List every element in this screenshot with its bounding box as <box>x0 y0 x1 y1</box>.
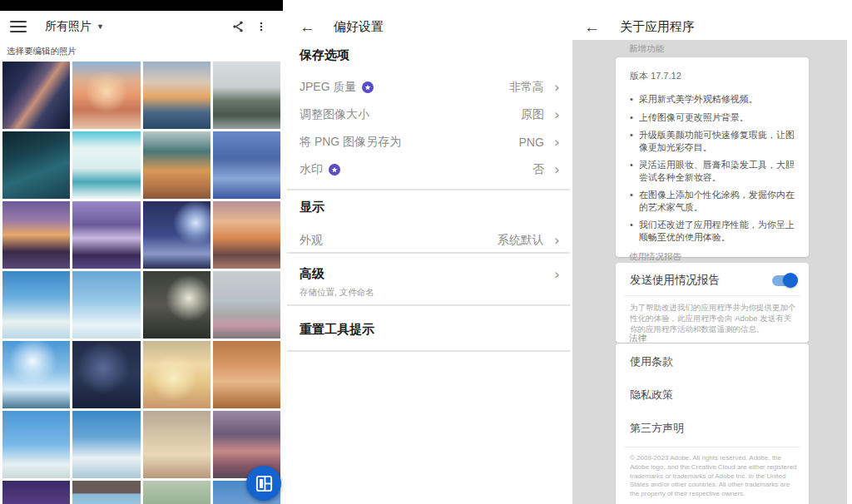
thumb-galaxy-night-sky[interactable] <box>2 62 70 129</box>
thumb-blue-night-street[interactable] <box>213 131 280 199</box>
preferences-panel: ← 偏好设置 保存选项 JPEG 质量 非常高 › 调整图像大小 原图 › 将 … <box>287 0 570 504</box>
gallery-toolbar: 所有照片 ▼ <box>0 11 283 42</box>
thumb-kotatsu-room[interactable] <box>143 411 211 478</box>
legal-card: 使用条款隐私政策第三方声明 © 2009-2023 Adobe. All rig… <box>616 343 809 504</box>
share-icon[interactable] <box>226 15 250 38</box>
thumb-sky-power-lines[interactable] <box>72 271 140 338</box>
thumb-teal-study-room[interactable] <box>72 131 140 199</box>
bullet-icon: • <box>630 129 633 153</box>
reset-tooltips-button[interactable]: 重置工具提示 <box>300 322 374 338</box>
bullet-icon: • <box>630 93 633 106</box>
usage-description: 为了帮助改进我们的应用程序并为你提供更加个性化的体验，此应用程序会向 Adobe… <box>630 302 797 334</box>
toggle-knob <box>783 273 798 288</box>
thumb-misty-forest[interactable] <box>143 481 211 504</box>
legal-label: 法律 <box>629 333 646 344</box>
watermark-value: 否 <box>532 162 544 177</box>
thumb-crescent-moon-night[interactable] <box>143 201 211 269</box>
chevron-right-icon: › <box>554 80 560 95</box>
premium-star-icon <box>329 164 340 175</box>
advanced-row[interactable]: 高级 › <box>287 260 570 288</box>
thumb-clouds-classroom[interactable] <box>72 481 140 504</box>
legal-link[interactable]: 第三方声明 <box>630 412 797 445</box>
thumb-sky-petals[interactable] <box>2 341 70 408</box>
display-section-label: 显示 <box>300 200 324 215</box>
png-save-as-value: PNG <box>518 136 543 149</box>
album-title: 所有照片 <box>45 19 92 34</box>
whats-new-card: 版本 17.7.12 • 采用新式美学外观精修视频。 • 上传图像可更改照片背景… <box>616 57 809 257</box>
usage-report-card: 发送使用情况报告 为了帮助改进我们的应用程序并为你提供更加个性化的体验，此应用程… <box>616 263 809 343</box>
divider <box>287 252 570 254</box>
resize-image-value: 原图 <box>521 107 544 122</box>
app-screen: 所有照片 ▼ 选择要编辑的照片 <box>0 0 852 504</box>
divider <box>625 295 800 296</box>
bullet-icon: • <box>630 159 633 183</box>
chevron-right-icon: › <box>554 107 560 122</box>
thumb-cozy-wooden-room[interactable] <box>213 341 280 408</box>
back-icon[interactable]: ← <box>584 19 600 35</box>
appearance-value: 系统默认 <box>498 233 544 248</box>
about-title: 关于应用程序 <box>620 19 695 35</box>
watermark-label: 水印 <box>300 162 323 177</box>
copyright-text: © 2009-2023 Adobe. All rights reserved. … <box>630 454 797 499</box>
save-options-section-label: 保存选项 <box>300 47 349 63</box>
advanced-subtitle: 存储位置, 文件命名 <box>300 287 374 299</box>
thumb-blue-sky-clouds[interactable] <box>2 271 70 338</box>
divider <box>287 189 570 190</box>
thumb-night-desk-room[interactable] <box>72 341 140 408</box>
album-selector[interactable]: 所有照片 ▼ <box>45 19 104 34</box>
jpeg-quality-label: JPEG 质量 <box>300 80 356 95</box>
chevron-right-icon: › <box>554 233 560 248</box>
release-notes-list: • 采用新式美学外观精修视频。 • 上传图像可更改照片背景。 • 升级版美颜功能… <box>630 93 798 243</box>
about-header: ← 关于应用程序 <box>570 13 852 40</box>
chevron-down-icon: ▼ <box>97 22 104 31</box>
bullet-icon: • <box>630 189 633 213</box>
send-usage-label: 发送使用情况报告 <box>630 273 720 288</box>
thumb-sunset-lake-bridge[interactable] <box>2 201 70 269</box>
photo-grid <box>0 62 283 504</box>
jpeg-quality-row[interactable]: JPEG 质量 非常高 › <box>287 73 570 101</box>
legal-links-list: 使用条款隐私政策第三方声明 <box>630 345 797 445</box>
preferences-header: ← 偏好设置 <box>287 13 570 40</box>
png-save-as-row[interactable]: 将 PNG 图像另存为 PNG › <box>287 128 570 156</box>
about-content-area: 新增功能 版本 17.7.12 • 采用新式美学外观精修视频。 • 上传图像可更… <box>572 40 847 504</box>
watermark-row[interactable]: 水印 否 › <box>287 156 570 183</box>
release-note-item: • 上传图像可更改照片背景。 <box>630 111 798 124</box>
jpeg-quality-value: 非常高 <box>509 80 544 95</box>
legal-link[interactable]: 使用条款 <box>630 345 797 378</box>
thumb-seaside-sunset[interactable] <box>143 62 211 129</box>
thumb-fence-cherry-blossoms[interactable] <box>213 271 280 338</box>
thumb-hilltop-ruins[interactable] <box>213 62 280 129</box>
thumb-cumulus-clouds[interactable] <box>72 411 140 478</box>
chevron-right-icon: › <box>554 162 560 177</box>
premium-star-icon <box>362 82 374 93</box>
status-bar <box>0 0 283 11</box>
thumb-warm-classroom[interactable] <box>143 131 211 199</box>
usage-report-toggle[interactable] <box>772 275 797 286</box>
menu-icon[interactable] <box>10 21 27 32</box>
legal-link[interactable]: 隐私政策 <box>630 378 797 412</box>
appearance-row[interactable]: 外观 系统默认 › <box>287 226 570 254</box>
thumb-sunlit-room[interactable] <box>143 341 211 408</box>
collage-fab-button[interactable] <box>246 466 281 501</box>
bullet-icon: • <box>630 219 633 243</box>
overflow-menu-icon[interactable] <box>250 15 273 38</box>
release-note-item: • 采用新式美学外观精修视频。 <box>630 93 798 106</box>
thumb-sunset-street[interactable] <box>72 62 140 129</box>
usage-report-label: 使用情况报告 <box>629 251 681 263</box>
divider <box>287 304 570 306</box>
appearance-label: 外观 <box>300 233 323 248</box>
thumb-sunset-classroom[interactable] <box>213 201 280 269</box>
thumb-underwater-scene[interactable] <box>2 131 70 199</box>
release-note-item: • 灵活运用眼妆、唇膏和染发工具，大胆尝试各种全新妆容。 <box>630 159 798 183</box>
resize-image-label: 调整图像大小 <box>300 107 369 122</box>
back-icon[interactable]: ← <box>300 19 315 35</box>
release-note-item: • 升级版美颜功能可快速修复瑕疵，让图像更加光彩夺目。 <box>630 129 798 153</box>
release-note-item: • 我们还改进了应用程序性能，为你呈上顺畅至优的使用体验。 <box>630 219 798 243</box>
about-panel: ← 关于应用程序 新增功能 版本 17.7.12 • 采用新式美学外观精修视频。… <box>570 0 852 504</box>
advanced-label: 高级 <box>300 266 324 282</box>
thumb-abandoned-interior[interactable] <box>143 271 211 338</box>
thumb-purple-night-clouds[interactable] <box>2 481 70 504</box>
thumb-sky-over-town[interactable] <box>2 411 70 478</box>
thumb-purple-river-valley[interactable] <box>72 201 140 269</box>
resize-image-row[interactable]: 调整图像大小 原图 › <box>287 101 570 128</box>
